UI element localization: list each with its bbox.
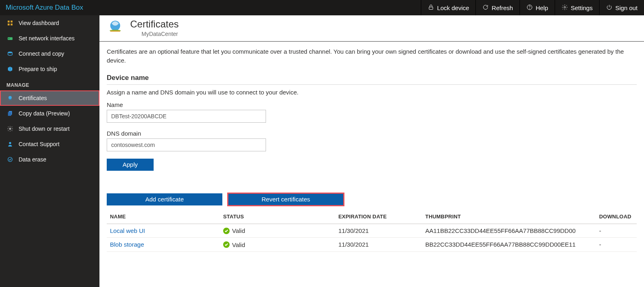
svg-rect-5: [11, 21, 13, 23]
cert-thumbprint: AA11BB22CC33DD44EE55FF66AA77BB88CC99DD00: [422, 224, 596, 238]
grid-icon: [6, 19, 14, 27]
cert-name-link[interactable]: Local web UI: [110, 227, 145, 234]
sidebar-item-network[interactable]: Set network interfaces: [0, 31, 99, 46]
signout-label: Sign out: [615, 4, 638, 11]
network-icon: [6, 35, 14, 42]
refresh-label: Refresh: [492, 4, 513, 11]
col-download[interactable]: DOWNLOAD: [596, 209, 637, 224]
svg-point-15: [9, 142, 11, 144]
erase-icon: [6, 156, 14, 163]
sidebar-item-shutdown[interactable]: Shut down or restart: [0, 121, 99, 136]
support-icon: [6, 140, 14, 148]
help-label: Help: [536, 4, 548, 11]
sidebar-item-label: Certificates: [19, 95, 47, 101]
svg-point-14: [9, 128, 11, 130]
power-icon: [606, 4, 612, 12]
svg-point-16: [8, 157, 13, 162]
copy-icon: [6, 110, 14, 117]
add-certificate-button[interactable]: Add certificate: [107, 193, 222, 205]
sidebar-item-dashboard[interactable]: View dashboard: [0, 15, 99, 31]
status-badge: Valid: [223, 227, 245, 234]
certificates-table: NAME STATUS EXPIRATION DATE THUMBPRINT D…: [107, 209, 637, 252]
sidebar-item-label: Shut down or restart: [19, 126, 70, 132]
help-button[interactable]: Help: [519, 0, 555, 15]
lock-device-label: Lock device: [437, 4, 469, 11]
sidebar-item-label: Set network interfaces: [19, 35, 75, 42]
sidebar-item-label: Contact Support: [19, 141, 59, 147]
svg-rect-8: [8, 37, 13, 40]
page-title: Certificates: [130, 19, 179, 30]
cert-expiration: 11/30/2021: [335, 224, 422, 238]
device-name-subtext: Assign a name and DNS domain you will us…: [107, 84, 637, 96]
svg-rect-13: [8, 112, 11, 116]
page-icon: [107, 19, 124, 37]
cert-name-link[interactable]: Blob storage: [110, 241, 144, 248]
col-name[interactable]: NAME: [107, 209, 220, 224]
refresh-button[interactable]: Refresh: [475, 0, 519, 15]
sidebar: View dashboard Set network interfaces Co…: [0, 15, 99, 287]
check-icon: [223, 241, 230, 248]
settings-label: Settings: [571, 4, 593, 11]
sidebar-item-label: Copy data (Preview): [19, 110, 70, 117]
sidebar-item-copy-data[interactable]: Copy data (Preview): [0, 106, 99, 121]
table-row: Local web UIValid11/30/2021AA11BB22CC33D…: [107, 224, 637, 238]
sidebar-item-prepare-ship[interactable]: Prepare to ship: [0, 61, 99, 77]
svg-rect-9: [8, 38, 9, 39]
sidebar-item-connect-copy[interactable]: Connect and copy: [0, 46, 99, 61]
cert-download: -: [596, 238, 637, 252]
sidebar-item-label: Data erase: [19, 156, 46, 163]
name-label: Name: [107, 101, 637, 108]
col-expiration[interactable]: EXPIRATION DATE: [335, 209, 422, 224]
svg-point-3: [564, 6, 566, 8]
sidebar-item-label: Connect and copy: [19, 50, 64, 57]
col-status[interactable]: STATUS: [220, 209, 335, 224]
svg-point-11: [8, 96, 12, 99]
svg-rect-18: [110, 31, 120, 32]
sidebar-item-label: View dashboard: [19, 20, 59, 26]
gear-icon: [6, 125, 14, 132]
sidebar-item-certificates[interactable]: Certificates: [0, 90, 99, 106]
lock-icon: [428, 4, 434, 12]
cert-download: -: [596, 224, 637, 238]
cert-thumbprint: BB22CC33DD44EE55FF66AA77BB88CC99DD00EE11: [422, 238, 596, 252]
brand-title[interactable]: Microsoft Azure Data Box: [0, 0, 89, 15]
device-name-heading: Device name: [107, 74, 637, 82]
svg-rect-0: [429, 7, 433, 9]
check-icon: [223, 228, 230, 234]
svg-rect-7: [11, 23, 13, 25]
svg-rect-6: [8, 23, 10, 25]
gear-icon: [562, 4, 568, 12]
svg-point-10: [8, 52, 13, 53]
help-icon: [526, 4, 533, 12]
sidebar-item-label: Prepare to ship: [19, 66, 57, 72]
page-subtitle: MyDataCenter: [141, 31, 179, 37]
svg-point-2: [529, 8, 530, 8]
status-badge: Valid: [223, 241, 245, 248]
page-description: Certificates are an optional feature tha…: [107, 47, 637, 65]
disk-icon: [6, 50, 14, 57]
settings-button[interactable]: Settings: [555, 0, 599, 15]
col-thumbprint[interactable]: THUMBPRINT: [422, 209, 596, 224]
sidebar-section-manage: MANAGE: [0, 77, 99, 90]
package-icon: [6, 65, 14, 73]
refresh-icon: [482, 4, 489, 12]
lock-device-button[interactable]: Lock device: [421, 0, 475, 15]
sidebar-item-data-erase[interactable]: Data erase: [0, 152, 99, 167]
table-row: Blob storageValid11/30/2021BB22CC33DD44E…: [107, 238, 637, 252]
dns-domain-label: DNS domain: [107, 130, 637, 137]
certificate-icon: [6, 94, 14, 102]
signout-button[interactable]: Sign out: [599, 0, 644, 15]
name-input[interactable]: [107, 110, 266, 123]
revert-certificates-button[interactable]: Revert certificates: [228, 193, 344, 205]
apply-button[interactable]: Apply: [107, 159, 154, 171]
dns-domain-input[interactable]: [107, 138, 266, 151]
svg-rect-4: [8, 21, 10, 23]
sidebar-item-support[interactable]: Contact Support: [0, 136, 99, 152]
cert-expiration: 11/30/2021: [335, 238, 422, 252]
